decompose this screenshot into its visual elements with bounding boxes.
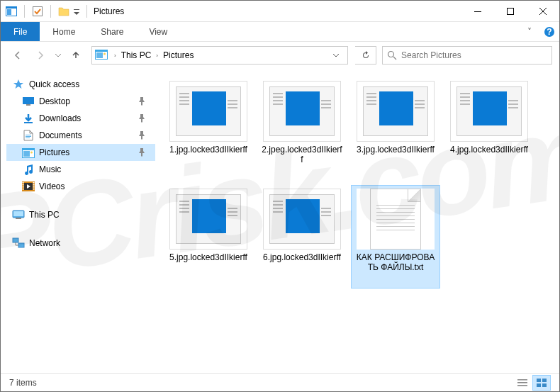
svg-rect-39	[517, 379, 527, 381]
pictures-location-icon	[95, 48, 109, 62]
title-bar: Pictures	[1, 1, 559, 22]
search-input[interactable]	[401, 50, 547, 60]
quick-access[interactable]: Quick access	[6, 76, 155, 93]
desktop-icon	[22, 95, 35, 108]
star-icon	[12, 78, 25, 91]
svg-rect-30	[33, 182, 35, 184]
file-item[interactable]: 3.jpg.locked3dIIkierff	[351, 77, 440, 181]
recent-dropdown[interactable]	[53, 45, 63, 65]
svg-rect-32	[33, 186, 35, 188]
navigation-bar: › This PC› Pictures	[1, 42, 559, 69]
svg-point-13	[388, 52, 394, 57]
svg-rect-18	[26, 136, 31, 137]
file-name: 4.jpg.locked3dIIkierff	[450, 145, 528, 155]
breadcrumb-segment[interactable]: Pictures	[160, 50, 196, 60]
refresh-button[interactable]	[355, 46, 376, 65]
share-tab[interactable]: Share	[88, 22, 136, 41]
network[interactable]: Network	[6, 235, 155, 252]
sidebar-item-music[interactable]: Music	[6, 161, 155, 178]
navigation-pane: Quick access DesktopDownloadsDocumentsPi…	[1, 69, 155, 373]
file-item[interactable]: 5.jpg.locked3dIIkierff	[164, 185, 253, 289]
svg-rect-29	[23, 189, 24, 190]
file-name: 2.jpeg.locked3dIIkierff	[261, 145, 343, 164]
sidebar-item-desktop[interactable]: Desktop	[6, 93, 155, 110]
svg-rect-38	[18, 243, 24, 247]
network-icon	[12, 237, 25, 250]
sidebar-item-label: Desktop	[39, 96, 70, 106]
qa-checkbox-icon[interactable]	[31, 5, 44, 18]
help-button[interactable]: ?	[539, 22, 559, 41]
search-icon	[387, 50, 397, 60]
file-name: КАК РАСШИФРОВАТЬ ФАЙЛЫ.txt	[354, 252, 437, 272]
breadcrumb-segment[interactable]: This PC›	[118, 50, 160, 60]
back-button[interactable]	[8, 45, 28, 65]
sidebar-item-label: Network	[29, 238, 60, 248]
ribbon: File Home Share View ˅ ?	[1, 22, 559, 42]
details-view-button[interactable]	[513, 375, 532, 391]
sidebar-item-videos[interactable]: Videos	[6, 178, 155, 195]
svg-rect-14	[23, 97, 34, 104]
svg-rect-27	[23, 184, 24, 186]
view-tab[interactable]: View	[136, 22, 180, 41]
svg-rect-22	[23, 151, 30, 157]
file-item[interactable]: 2.jpeg.locked3dIIkierff	[257, 77, 347, 181]
svg-rect-3	[33, 6, 43, 16]
svg-rect-41	[517, 385, 527, 386]
svg-rect-40	[517, 382, 527, 383]
svg-rect-26	[23, 182, 24, 184]
file-item[interactable]: 4.jpg.locked3dIIkierff	[444, 77, 534, 181]
minimize-button[interactable]	[461, 1, 494, 22]
pin-icon	[138, 97, 145, 106]
sidebar-item-downloads[interactable]: Downloads	[6, 110, 155, 127]
svg-rect-31	[33, 184, 35, 186]
sidebar-item-label: Videos	[39, 181, 65, 191]
maximize-button[interactable]	[494, 1, 527, 22]
status-bar: 7 items	[1, 373, 559, 391]
svg-rect-43	[542, 379, 547, 382]
file-name: 1.jpg.locked3dIIkierff	[169, 145, 247, 155]
home-tab[interactable]: Home	[40, 22, 88, 41]
address-bar[interactable]: › This PC› Pictures	[91, 46, 348, 65]
thumbnails-view-button[interactable]	[532, 375, 551, 391]
svg-rect-11	[96, 52, 103, 58]
svg-point-23	[30, 152, 33, 154]
up-button[interactable]	[66, 45, 86, 65]
documents-icon	[22, 129, 35, 142]
close-button[interactable]	[527, 1, 559, 22]
sidebar-item-pictures[interactable]: Pictures	[6, 144, 155, 161]
svg-rect-45	[542, 383, 547, 387]
file-tab[interactable]: File	[1, 22, 40, 41]
search-box[interactable]	[382, 46, 552, 65]
svg-rect-42	[537, 379, 541, 382]
forward-button[interactable]	[30, 45, 50, 65]
svg-rect-33	[33, 189, 35, 190]
svg-rect-15	[26, 104, 30, 106]
address-dropdown[interactable]	[333, 52, 346, 58]
svg-rect-4	[74, 9, 79, 10]
pin-icon	[138, 131, 145, 140]
music-icon	[22, 163, 35, 176]
svg-rect-35	[13, 211, 23, 216]
this-pc[interactable]: This PC	[6, 206, 155, 223]
file-item[interactable]: 1.jpg.locked3dIIkierff	[164, 77, 253, 181]
explorer-icon	[5, 5, 18, 18]
window-title: Pictures	[94, 6, 124, 16]
file-name: 3.jpg.locked3dIIkierff	[357, 145, 435, 155]
sidebar-item-label: Documents	[39, 130, 82, 140]
svg-text:?: ?	[547, 27, 551, 37]
pictures-icon	[22, 146, 35, 159]
sidebar-item-label: This PC	[29, 210, 60, 220]
file-list[interactable]: 1.jpg.locked3dIIkierff2.jpeg.locked3dIIk…	[155, 69, 559, 373]
downloads-icon	[22, 112, 35, 125]
qa-dropdown-icon[interactable]	[73, 5, 80, 18]
sidebar-item-documents[interactable]: Documents	[6, 127, 155, 144]
sidebar-item-label: Quick access	[29, 79, 79, 89]
file-item[interactable]: КАК РАСШИФРОВАТЬ ФАЙЛЫ.txt	[351, 185, 440, 289]
svg-rect-28	[23, 186, 24, 188]
svg-rect-5	[474, 11, 481, 12]
expand-ribbon-button[interactable]: ˅	[520, 22, 539, 41]
svg-rect-17	[26, 135, 31, 135]
chevron-right-icon[interactable]: ›	[112, 52, 118, 59]
qa-folder-icon[interactable]	[57, 5, 70, 18]
file-item[interactable]: 6.jpg.locked3dIIkierff	[257, 185, 347, 289]
